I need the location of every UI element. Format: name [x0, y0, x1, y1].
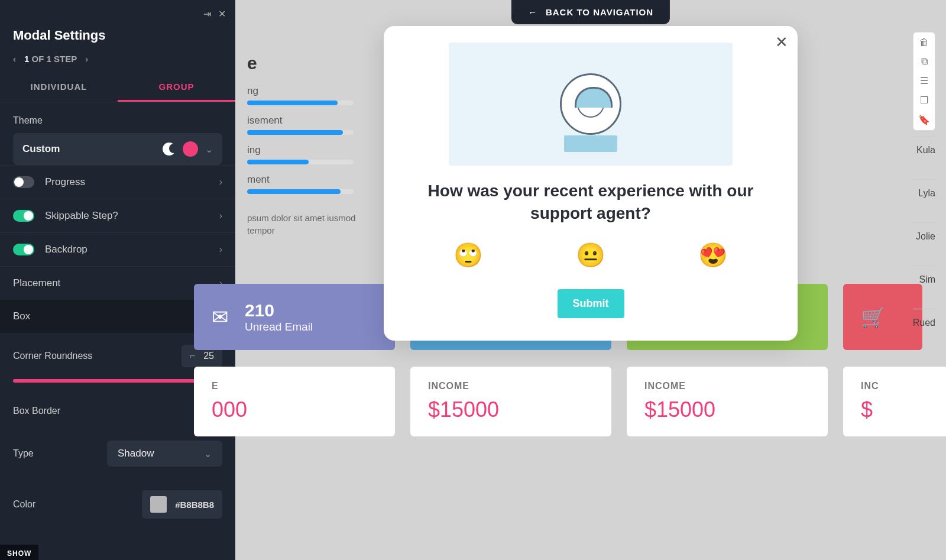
step-prev-icon[interactable]: ‹ [13, 54, 16, 64]
corner-icon: ⌐ [190, 351, 195, 361]
chevron-right-icon[interactable]: › [219, 177, 222, 187]
bookmark-icon[interactable]: 🔖 [918, 114, 930, 125]
type-label: Type [13, 448, 34, 459]
step-next-icon[interactable]: › [85, 54, 88, 64]
submit-button[interactable]: Submit [558, 289, 624, 318]
tile-cart: 🛒 [843, 284, 922, 350]
type-select[interactable]: Shadow ⌄ [107, 441, 222, 467]
color-swatch [150, 496, 167, 513]
box-border-label: Box Border [13, 406, 60, 416]
email-icon: ✉ [212, 305, 228, 329]
list-item: Lyla [913, 179, 935, 199]
collapse-icon[interactable]: ⇥ [203, 8, 211, 20]
sidebar-title: Modal Settings [0, 24, 235, 54]
tab-group[interactable]: GROUP [118, 73, 235, 102]
list-item: Sim [913, 266, 935, 285]
income-card: INCOME $15000 [627, 367, 828, 436]
list-item: Kula [913, 136, 935, 156]
emoji-happy[interactable]: 😍 [698, 241, 728, 269]
arrow-left-icon: ← [528, 7, 537, 17]
backdrop-toggle[interactable] [13, 244, 34, 255]
option-progress[interactable]: Progress › [0, 165, 235, 199]
settings-sliders-icon[interactable]: ☰ [918, 75, 930, 86]
color-label: Color [13, 499, 35, 510]
survey-modal: ✕ How was your recent experience with ou… [384, 26, 798, 341]
emoji-neutral[interactable]: 😐 [576, 241, 605, 269]
chevron-down-icon[interactable]: ⌄ [204, 448, 212, 459]
close-icon[interactable]: ✕ [218, 8, 226, 20]
income-card: INCOME $15000 [410, 367, 611, 436]
settings-sidebar: ⇥ ✕ Modal Settings ‹ 1 OF 1 STEP › INDIV… [0, 0, 235, 560]
list-item: Jolie [913, 222, 935, 242]
tile-unread-email: ✉ 210Unread Email [194, 284, 395, 350]
step-navigator: ‹ 1 OF 1 STEP › [0, 54, 235, 73]
skippable-toggle[interactable] [13, 210, 34, 222]
option-backdrop[interactable]: Backdrop › [0, 232, 235, 266]
back-to-navigation-button[interactable]: ← BACK TO NAVIGATION [511, 0, 670, 24]
floating-actions: 🗑 ⧉ ☰ ❐ 🔖 [913, 32, 935, 131]
theme-selector[interactable]: Custom ⌄ [13, 133, 222, 165]
theme-accent-icon [183, 141, 198, 157]
income-card: E 000 [194, 367, 395, 436]
corner-roundness-slider[interactable] [13, 379, 222, 383]
modal-question: How was your recent experience with our … [407, 180, 774, 225]
chevron-right-icon[interactable]: › [219, 244, 222, 255]
modal-illustration [449, 43, 733, 166]
color-picker[interactable]: #B8B8B8 [142, 490, 222, 519]
list-item: Rued [913, 309, 935, 328]
theme-dark-icon [163, 143, 176, 156]
emoji-unhappy[interactable]: 🙄 [453, 241, 483, 269]
chevron-right-icon[interactable]: › [219, 211, 222, 221]
chevron-down-icon[interactable]: ⌄ [205, 144, 213, 155]
trash-icon[interactable]: 🗑 [918, 37, 930, 48]
show-button[interactable]: SHOW [0, 545, 38, 560]
close-icon[interactable]: ✕ [775, 33, 788, 51]
name-list: KulaLylaJolieSimRued [913, 136, 935, 352]
canvas: ← BACK TO NAVIGATION 🗑 ⧉ ☰ ❐ 🔖 e ngiseme… [235, 0, 946, 560]
cart-icon: 🛒 [861, 305, 886, 329]
progress-toggle[interactable] [13, 176, 34, 188]
corner-roundness-label: Corner Roundness [13, 351, 92, 361]
tab-individual[interactable]: INDIVIDUAL [0, 73, 118, 102]
copy-icon[interactable]: ⧉ [918, 56, 930, 67]
lorem-text: psum dolor sit amet iusmod tempor [247, 212, 365, 237]
theme-section-label: Theme [13, 102, 222, 133]
option-skippable[interactable]: Skippable Step? › [0, 199, 235, 232]
duplicate-icon[interactable]: ❐ [918, 95, 930, 106]
income-card: INC $ [843, 367, 946, 436]
